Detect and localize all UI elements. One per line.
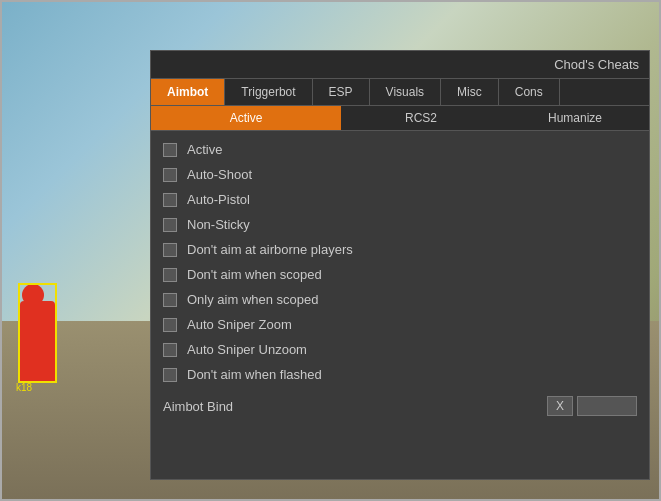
option-label-no-airborne: Don't aim at airborne players	[187, 242, 353, 257]
sub-tab-bar: Active RCS2 Humanize	[151, 106, 649, 131]
checkbox-no-scoped[interactable]	[163, 268, 177, 282]
aimbot-bind-label: Aimbot Bind	[163, 399, 547, 414]
option-label-no-flashed: Don't aim when flashed	[187, 367, 322, 382]
tab-bar: Aimbot Triggerbot ESP Visuals Misc Cons	[151, 79, 649, 106]
checkbox-no-airborne[interactable]	[163, 243, 177, 257]
option-label-auto-shoot: Auto-Shoot	[187, 167, 252, 182]
option-no-airborne[interactable]: Don't aim at airborne players	[151, 237, 649, 262]
tab-aimbot[interactable]: Aimbot	[151, 79, 225, 105]
checkbox-auto-pistol[interactable]	[163, 193, 177, 207]
aimbot-bind-key-button[interactable]: X	[547, 396, 573, 416]
subtab-rcs2[interactable]: RCS2	[341, 106, 501, 130]
option-label-auto-pistol: Auto-Pistol	[187, 192, 250, 207]
tab-esp[interactable]: ESP	[313, 79, 370, 105]
option-auto-sniper-unzoom[interactable]: Auto Sniper Unzoom	[151, 337, 649, 362]
option-no-scoped[interactable]: Don't aim when scoped	[151, 262, 649, 287]
option-non-sticky[interactable]: Non-Sticky	[151, 212, 649, 237]
option-label-no-scoped: Don't aim when scoped	[187, 267, 322, 282]
checkbox-auto-sniper-zoom[interactable]	[163, 318, 177, 332]
tab-misc[interactable]: Misc	[441, 79, 499, 105]
tab-visuals[interactable]: Visuals	[370, 79, 441, 105]
subtab-active[interactable]: Active	[151, 106, 341, 130]
checkbox-no-flashed[interactable]	[163, 368, 177, 382]
option-only-scoped[interactable]: Only aim when scoped	[151, 287, 649, 312]
option-label-non-sticky: Non-Sticky	[187, 217, 250, 232]
option-auto-pistol[interactable]: Auto-Pistol	[151, 187, 649, 212]
tab-cons[interactable]: Cons	[499, 79, 560, 105]
option-label-only-scoped: Only aim when scoped	[187, 292, 319, 307]
panel-titlebar: Chod's Cheats	[151, 51, 649, 79]
checkbox-only-scoped[interactable]	[163, 293, 177, 307]
checkbox-auto-shoot[interactable]	[163, 168, 177, 182]
aimbot-bind-input[interactable]	[577, 396, 637, 416]
aimbot-bind-row: Aimbot Bind X	[151, 391, 649, 421]
player-esp-box	[18, 283, 57, 383]
options-list: Active Auto-Shoot Auto-Pistol Non-Sticky…	[151, 131, 649, 427]
checkbox-non-sticky[interactable]	[163, 218, 177, 232]
option-auto-sniper-zoom[interactable]: Auto Sniper Zoom	[151, 312, 649, 337]
option-label-auto-sniper-unzoom: Auto Sniper Unzoom	[187, 342, 307, 357]
option-no-flashed[interactable]: Don't aim when flashed	[151, 362, 649, 387]
option-active[interactable]: Active	[151, 137, 649, 162]
option-label-auto-sniper-zoom: Auto Sniper Zoom	[187, 317, 292, 332]
checkbox-auto-sniper-unzoom[interactable]	[163, 343, 177, 357]
cheat-panel: Chod's Cheats Aimbot Triggerbot ESP Visu…	[150, 50, 650, 480]
option-auto-shoot[interactable]: Auto-Shoot	[151, 162, 649, 187]
player-esp-label: k18	[16, 382, 32, 393]
option-label-active: Active	[187, 142, 222, 157]
panel-title: Chod's Cheats	[554, 57, 639, 72]
checkbox-active[interactable]	[163, 143, 177, 157]
subtab-humanize[interactable]: Humanize	[501, 106, 649, 130]
tab-triggerbot[interactable]: Triggerbot	[225, 79, 312, 105]
